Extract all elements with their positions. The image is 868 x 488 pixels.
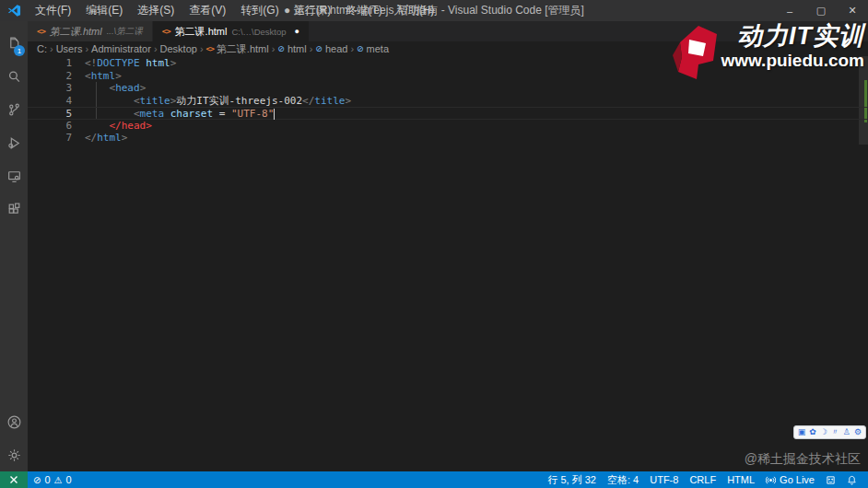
extensions-icon[interactable] bbox=[0, 192, 28, 226]
main-area: 1 bbox=[0, 21, 868, 471]
run-debug-icon[interactable] bbox=[0, 126, 28, 159]
breadcrumb-label: Administrator bbox=[91, 43, 151, 54]
minimize-button[interactable]: – bbox=[774, 0, 805, 21]
menu-item-1[interactable]: 编辑(E) bbox=[78, 0, 130, 21]
chevron-right-icon: › bbox=[310, 43, 313, 54]
close-button[interactable]: ✕ bbox=[837, 0, 868, 21]
maximize-button[interactable]: ▢ bbox=[805, 0, 837, 21]
code-line-4[interactable]: 4 <title>动力IT实训-threejs-002</title> bbox=[28, 95, 868, 108]
breadcrumb-item-5[interactable]: ⊘html bbox=[277, 43, 306, 54]
eol-status[interactable]: CRLF bbox=[684, 471, 721, 488]
line-number: 1 bbox=[28, 57, 85, 70]
code-line-2[interactable]: 2<html> bbox=[28, 70, 868, 83]
line-number: 3 bbox=[28, 82, 85, 95]
vscode-window: 文件(F)编辑(E)选择(S)查看(V)转到(G)运行(R)终端(T)帮助(H)… bbox=[0, 0, 868, 488]
breadcrumb: C:›Users›Administrator›Desktop›<>第二课.htm… bbox=[28, 41, 868, 56]
ime-pen-icon[interactable]: 〃 bbox=[831, 428, 839, 436]
line-content: <meta charset = "UTF-8" bbox=[85, 108, 275, 119]
line-number: 6 bbox=[28, 120, 85, 133]
line-number: 2 bbox=[28, 70, 85, 83]
vscode-logo-icon bbox=[7, 4, 22, 18]
breadcrumb-label: html bbox=[287, 43, 307, 54]
line-content: <!DOCTYPE html> bbox=[85, 57, 176, 70]
source-control-icon[interactable] bbox=[0, 93, 28, 126]
breadcrumb-item-7[interactable]: ⊘meta bbox=[357, 43, 389, 54]
code-line-7[interactable]: 7</html> bbox=[28, 132, 868, 145]
remote-explorer-icon[interactable] bbox=[0, 159, 28, 192]
breadcrumb-item-3[interactable]: Desktop bbox=[160, 43, 197, 54]
menu-item-3[interactable]: 查看(V) bbox=[182, 0, 233, 21]
problems-status[interactable]: ⊘ 0 ⚠ 0 bbox=[28, 471, 77, 488]
code-line-5[interactable]: 5 <meta charset = "UTF-8" bbox=[28, 107, 868, 120]
status-bar: ⊘ 0 ⚠ 0 行 5, 列 32 空格: 4 UTF-8 CRLF HTML … bbox=[0, 471, 868, 488]
code-line-3[interactable]: 3 <head> bbox=[28, 82, 868, 95]
symbol-icon: ⊘ bbox=[277, 44, 285, 53]
breadcrumb-label: Desktop bbox=[160, 43, 197, 54]
breadcrumb-item-1[interactable]: Users bbox=[56, 43, 83, 54]
tab-file-2[interactable]: <> 第二课.html C:\…\Desktop ● bbox=[153, 21, 310, 41]
breadcrumb-item-6[interactable]: ⊘head bbox=[315, 43, 347, 54]
encoding-status[interactable]: UTF-8 bbox=[644, 471, 684, 488]
tab-description: C:\…\Desktop bbox=[231, 27, 286, 37]
menu-item-4[interactable]: 转到(G) bbox=[233, 0, 286, 21]
tab-label: 第二课.html bbox=[50, 25, 102, 39]
chevron-right-icon: › bbox=[50, 43, 53, 54]
chevron-right-icon: › bbox=[350, 43, 354, 54]
breadcrumb-label: meta bbox=[367, 43, 389, 54]
ime-toolbar[interactable]: ▣✿☽〃♙⚙ bbox=[793, 425, 866, 439]
symbol-icon: ⊘ bbox=[315, 44, 323, 53]
line-content: <title>动力IT实训-threejs-002</title> bbox=[85, 95, 351, 108]
line-number: 7 bbox=[28, 132, 85, 145]
breadcrumb-item-0[interactable]: C: bbox=[37, 43, 47, 54]
html-file-icon: <> bbox=[162, 27, 170, 36]
ime-user-icon[interactable]: ♙ bbox=[843, 428, 850, 436]
modified-dot-icon[interactable]: ● bbox=[295, 27, 299, 36]
go-live-label: Go Live bbox=[780, 474, 815, 485]
line-number: 4 bbox=[28, 95, 85, 108]
go-live-button[interactable]: Go Live bbox=[760, 471, 820, 488]
code-line-1[interactable]: 1<!DOCTYPE html> bbox=[28, 57, 868, 70]
ime-night-icon[interactable]: ☽ bbox=[820, 428, 827, 436]
html-file-icon: <> bbox=[206, 44, 214, 53]
notifications-bell-icon[interactable] bbox=[841, 471, 862, 488]
breadcrumb-label: C: bbox=[37, 43, 47, 54]
window-title: ● 第二课.html - threejs入门指南 - Visual Studio… bbox=[284, 3, 584, 18]
remote-indicator[interactable] bbox=[0, 471, 28, 488]
broadcast-icon bbox=[766, 475, 776, 485]
cursor-position-status[interactable]: 行 5, 列 32 bbox=[542, 471, 602, 488]
code-area[interactable]: 1<!DOCTYPE html>2<html>3 <head>4 <title>… bbox=[28, 56, 868, 471]
indentation-status[interactable]: 空格: 4 bbox=[602, 471, 644, 488]
menu-item-2[interactable]: 选择(S) bbox=[130, 0, 182, 21]
settings-gear-icon[interactable] bbox=[0, 438, 28, 471]
feedback-smiley-icon[interactable] bbox=[820, 471, 841, 488]
search-icon[interactable] bbox=[0, 60, 28, 93]
line-content: <html> bbox=[85, 70, 122, 83]
line-number: 5 bbox=[28, 108, 85, 119]
warning-icon: ⚠ bbox=[54, 475, 63, 485]
code-line-6[interactable]: 6 </head> bbox=[28, 120, 868, 133]
editor-group: <> 第二课.html ...\第二课 <> 第二课.html C:\…\Des… bbox=[28, 21, 868, 471]
ime-panel-icon[interactable]: ▣ bbox=[798, 428, 806, 436]
explorer-badge: 1 bbox=[14, 45, 25, 56]
ime-settings-icon[interactable]: ⚙ bbox=[854, 428, 862, 436]
tab-bar: <> 第二课.html ...\第二课 <> 第二课.html C:\…\Des… bbox=[28, 21, 868, 41]
breadcrumb-item-4[interactable]: <>第二课.html bbox=[206, 42, 269, 56]
line-content: </head> bbox=[85, 120, 152, 133]
ime-skin-icon[interactable]: ✿ bbox=[809, 428, 816, 436]
breadcrumb-item-2[interactable]: Administrator bbox=[91, 43, 151, 54]
language-mode-status[interactable]: HTML bbox=[721, 471, 760, 488]
line-content: </html> bbox=[85, 132, 127, 145]
menu-item-0[interactable]: 文件(F) bbox=[28, 0, 78, 21]
account-icon[interactable] bbox=[0, 405, 28, 438]
breadcrumb-label: head bbox=[325, 43, 347, 54]
activity-bar: 1 bbox=[0, 21, 28, 471]
tab-description: ...\第二课 bbox=[107, 26, 143, 38]
window-controls: – ▢ ✕ bbox=[774, 0, 868, 21]
titlebar: 文件(F)编辑(E)选择(S)查看(V)转到(G)运行(R)终端(T)帮助(H)… bbox=[0, 0, 868, 21]
chevron-right-icon: › bbox=[200, 43, 204, 54]
breadcrumb-label: Users bbox=[56, 43, 83, 54]
chevron-right-icon: › bbox=[272, 43, 276, 54]
text-cursor bbox=[274, 109, 275, 120]
tab-file-1[interactable]: <> 第二课.html ...\第二课 bbox=[28, 21, 153, 41]
explorer-icon[interactable]: 1 bbox=[0, 27, 28, 60]
